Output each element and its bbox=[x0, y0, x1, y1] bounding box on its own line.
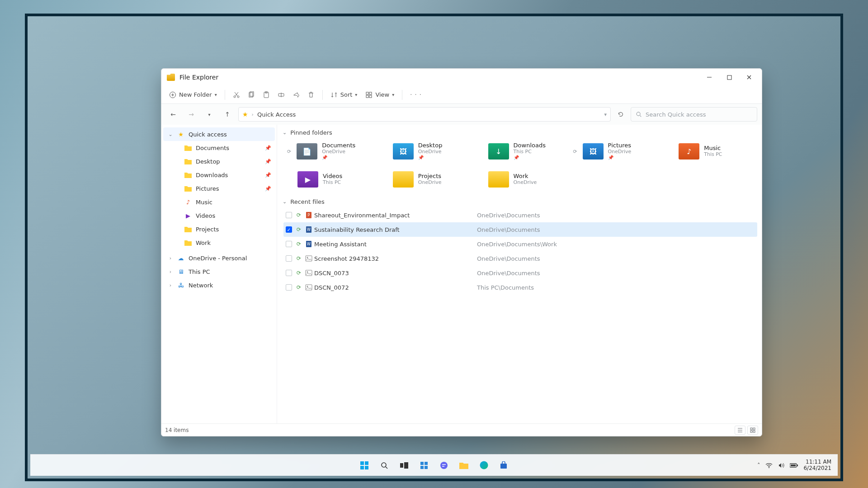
view-button[interactable]: View ▾ bbox=[362, 88, 397, 102]
volume-icon[interactable] bbox=[778, 462, 784, 469]
sort-button[interactable]: Sort ▾ bbox=[327, 88, 361, 102]
row-checkbox[interactable] bbox=[286, 284, 292, 291]
row-checkbox[interactable] bbox=[286, 212, 292, 218]
view-icon bbox=[365, 91, 373, 99]
statusbar: 14 items bbox=[161, 423, 762, 436]
sidebar-network[interactable]: › 🖧 Network bbox=[163, 278, 275, 292]
recent-locations-button[interactable]: ▾ bbox=[202, 107, 217, 122]
folder-icon bbox=[184, 239, 192, 247]
delete-button[interactable] bbox=[304, 88, 318, 102]
refresh-button[interactable] bbox=[614, 108, 627, 121]
copy-button[interactable] bbox=[245, 88, 258, 102]
sidebar-label: Quick access bbox=[189, 131, 227, 138]
file-type-icon: P bbox=[303, 211, 314, 219]
file-type-icon bbox=[303, 269, 314, 277]
file-type-icon: W bbox=[303, 226, 314, 233]
folder-name: Downloads bbox=[514, 142, 546, 149]
widgets-button[interactable] bbox=[416, 458, 432, 473]
svg-rect-46 bbox=[797, 465, 798, 466]
folder-location: This PC bbox=[514, 149, 546, 155]
pinned-folder[interactable]: ♪MusicThis PC bbox=[666, 140, 757, 163]
wifi-icon[interactable] bbox=[765, 463, 773, 468]
rename-button[interactable] bbox=[274, 88, 288, 102]
sidebar-item-projects[interactable]: Projects bbox=[163, 222, 275, 236]
pinned-folder[interactable]: ↓DownloadsThis PC📌 bbox=[476, 140, 567, 163]
recent-file-row[interactable]: ⟳PShareout_Environmental_ImpactOneDrive\… bbox=[283, 208, 757, 222]
pin-icon: 📌 bbox=[418, 155, 443, 160]
chevron-down-icon: ▾ bbox=[215, 92, 217, 97]
sidebar-item-documents[interactable]: Documents 📌 bbox=[163, 141, 275, 155]
share-button[interactable] bbox=[289, 88, 303, 102]
start-button[interactable] bbox=[357, 458, 372, 473]
battery-icon[interactable] bbox=[790, 463, 798, 468]
svg-rect-31 bbox=[365, 461, 368, 465]
chevron-right-icon[interactable]: › bbox=[168, 269, 173, 275]
pinned-folder[interactable]: ⟳📄DocumentsOneDrive📌 bbox=[285, 140, 376, 163]
sidebar-label: Documents bbox=[196, 145, 229, 151]
sidebar-item-downloads[interactable]: Downloads 📌 bbox=[163, 168, 275, 182]
pinned-folder[interactable]: 🖼DesktopOneDrive📌 bbox=[381, 140, 472, 163]
svg-rect-40 bbox=[425, 466, 428, 469]
sidebar-this-pc[interactable]: › 🖥 This PC bbox=[163, 265, 275, 278]
close-button[interactable] bbox=[739, 70, 759, 84]
taskbar[interactable]: ˄ 11:11 AM 6/24/2021 bbox=[30, 454, 838, 476]
sidebar-item-pictures[interactable]: Pictures 📌 bbox=[163, 182, 275, 195]
pinned-folder[interactable]: WorkOneDrive bbox=[476, 168, 567, 191]
up-button[interactable]: ↑ bbox=[220, 107, 235, 122]
tray-overflow-button[interactable]: ˄ bbox=[757, 462, 760, 469]
chevron-right-icon[interactable]: › bbox=[168, 282, 173, 288]
minimize-button[interactable] bbox=[699, 70, 719, 84]
recent-file-row[interactable]: ⟳DSCN_0073OneDrive\Documents bbox=[283, 266, 757, 280]
section-recent-files[interactable]: ⌄ Recent files bbox=[281, 196, 757, 208]
file-explorer-taskbar-button[interactable] bbox=[456, 458, 472, 473]
recent-file-row[interactable]: ✓⟳WSustainability Research DraftOneDrive… bbox=[283, 222, 757, 237]
chat-button[interactable] bbox=[436, 458, 452, 473]
pinned-folder[interactable]: ⟳🖼PicturesOneDrive📌 bbox=[571, 140, 662, 163]
edge-button[interactable] bbox=[476, 458, 491, 473]
sync-status-icon: ⟳ bbox=[294, 212, 303, 218]
search-input[interactable]: Search Quick access bbox=[631, 107, 757, 122]
task-view-button[interactable] bbox=[396, 458, 412, 473]
pin-icon: 📌 bbox=[265, 186, 271, 192]
file-name: Screenshot 29478132 bbox=[314, 255, 477, 262]
sidebar-onedrive[interactable]: › ☁ OneDrive - Personal bbox=[163, 251, 275, 265]
section-pinned-folders[interactable]: ⌄ Pinned folders bbox=[281, 127, 757, 139]
sidebar-item-work[interactable]: Work bbox=[163, 236, 275, 249]
new-folder-button[interactable]: New Folder ▾ bbox=[166, 88, 220, 102]
address-bar[interactable]: ★ › Quick Access ▾ bbox=[238, 107, 611, 122]
sidebar-item-music[interactable]: ♪ Music bbox=[163, 195, 275, 209]
paste-button[interactable] bbox=[259, 88, 273, 102]
maximize-button[interactable] bbox=[719, 70, 739, 84]
file-path: This PC\Documents bbox=[477, 284, 753, 291]
video-icon: ▶ bbox=[184, 211, 192, 220]
row-checkbox[interactable] bbox=[286, 270, 292, 276]
titlebar[interactable]: File Explorer bbox=[161, 69, 762, 86]
details-view-button[interactable] bbox=[735, 426, 745, 435]
chevron-down-icon[interactable]: ▾ bbox=[604, 112, 607, 117]
sidebar-item-desktop[interactable]: Desktop 📌 bbox=[163, 155, 275, 168]
row-checkbox[interactable] bbox=[286, 241, 292, 247]
thumbnails-view-button[interactable] bbox=[747, 426, 758, 435]
taskbar-tray: ˄ 11:11 AM 6/24/2021 bbox=[757, 459, 831, 471]
pinned-folder[interactable]: ProjectsOneDrive bbox=[381, 168, 472, 191]
row-checkbox[interactable]: ✓ bbox=[286, 226, 292, 233]
store-button[interactable] bbox=[496, 458, 511, 473]
more-button[interactable] bbox=[407, 88, 425, 102]
chevron-right-icon[interactable]: › bbox=[168, 255, 173, 261]
back-button[interactable]: ← bbox=[166, 107, 180, 122]
clock-time: 11:11 AM bbox=[803, 459, 831, 465]
section-label: Pinned folders bbox=[290, 129, 332, 136]
folder-location: OneDrive bbox=[418, 149, 443, 155]
cut-button[interactable] bbox=[230, 88, 243, 102]
forward-button[interactable]: → bbox=[184, 107, 198, 122]
search-button[interactable] bbox=[377, 458, 392, 473]
pinned-folder[interactable]: ▶VideosThis PC bbox=[285, 168, 376, 191]
recent-file-row[interactable]: ⟳DSCN_0072This PC\Documents bbox=[283, 280, 757, 295]
taskbar-clock[interactable]: 11:11 AM 6/24/2021 bbox=[803, 459, 831, 471]
row-checkbox[interactable] bbox=[286, 255, 292, 262]
recent-file-row[interactable]: ⟳WMeeting AssistantOneDrive\Documents\Wo… bbox=[283, 237, 757, 251]
sidebar-quick-access[interactable]: ⌄ ★ Quick access bbox=[163, 127, 275, 141]
recent-file-row[interactable]: ⟳Screenshot 29478132OneDrive\Documents bbox=[283, 251, 757, 266]
chevron-down-icon: ▾ bbox=[355, 92, 357, 97]
sidebar-item-videos[interactable]: ▶ Videos bbox=[163, 209, 275, 222]
